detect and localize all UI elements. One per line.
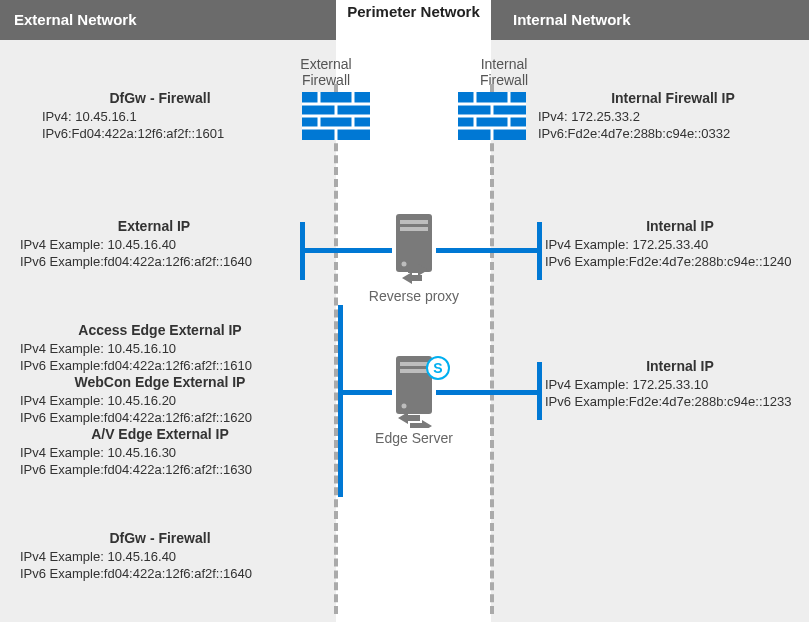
dfgw-top-ipv4: IPv4: 10.45.16.1 [42, 108, 310, 125]
av-edge-ipv4: IPv4 Example: 10.45.16.30 [20, 444, 310, 461]
internal-fw-ipv6: IPv6:Fd2e:4d7e:288b:c94e::0332 [538, 125, 808, 142]
conn-proxy-right-h [436, 248, 542, 253]
internal-fw-title: Internal Firewall IP [538, 90, 808, 107]
edge-server-label: Edge Server [363, 430, 465, 446]
dfgw-top-title: DfGw - Firewall [10, 90, 310, 107]
external-ip-ipv6: IPv6 Example:fd04:422a:12f6:af2f::1640 [20, 253, 304, 270]
header-internal: Internal Network [491, 0, 809, 40]
conn-edge-left-h [338, 390, 392, 395]
internal-ip-edge-title: Internal IP [545, 358, 809, 375]
block-internal-ip-proxy: Internal IP IPv4 Example: 172.25.33.40 I… [545, 218, 809, 270]
label-external-firewall: External Firewall [286, 56, 366, 88]
reverse-proxy-label: Reverse proxy [363, 288, 465, 304]
conn-edge-right-h [436, 390, 542, 395]
internal-ip-proxy-ipv6: IPv6 Example:Fd2e:4d7e:288b:c94e::1240 [545, 253, 809, 270]
diagram-canvas: { "headers": { "external": "External Net… [0, 0, 809, 622]
block-dfgw-top: DfGw - Firewall IPv4: 10.45.16.1 IPv6:Fd… [10, 90, 310, 142]
svg-rect-28 [400, 369, 428, 373]
block-access-edge: Access Edge External IP IPv4 Example: 10… [10, 322, 310, 478]
access-edge-title: Access Edge External IP [10, 322, 310, 339]
svg-rect-27 [400, 362, 428, 366]
svg-point-23 [402, 262, 407, 267]
internal-firewall-icon [458, 92, 526, 140]
conn-proxy-right-v [537, 222, 542, 280]
webcon-edge-ipv4: IPv4 Example: 10.45.16.20 [20, 392, 310, 409]
block-internal-fw: Internal Firewall IP IPv4: 172.25.33.2 I… [538, 90, 808, 142]
dfgw-top-ipv6: IPv6:Fd04:422a:12f6:af2f::1601 [42, 125, 310, 142]
internal-ip-proxy-title: Internal IP [545, 218, 809, 235]
conn-edge-left-v [338, 305, 343, 497]
svg-text:S: S [433, 360, 442, 376]
external-ip-ipv4: IPv4 Example: 10.45.16.40 [20, 236, 304, 253]
internal-ip-edge-ipv6: IPv6 Example:Fd2e:4d7e:288b:c94e::1233 [545, 393, 809, 410]
dfgw-bottom-title: DfGw - Firewall [10, 530, 310, 547]
conn-proxy-left-h [300, 248, 392, 253]
header-perimeter: Perimeter Network [336, 0, 491, 40]
block-internal-ip-edge: Internal IP IPv4 Example: 172.25.33.10 I… [545, 358, 809, 410]
block-dfgw-bottom: DfGw - Firewall IPv4 Example: 10.45.16.4… [10, 530, 310, 582]
external-ip-title: External IP [4, 218, 304, 235]
av-edge-ipv6: IPv6 Example:fd04:422a:12f6:af2f::1630 [20, 461, 310, 478]
dfgw-bottom-ipv4: IPv4 Example: 10.45.16.40 [20, 548, 310, 565]
boundary-internal [490, 84, 494, 614]
reverse-proxy-icon [388, 214, 440, 286]
svg-rect-21 [400, 220, 428, 224]
block-external-ip: External IP IPv4 Example: 10.45.16.40 IP… [4, 218, 304, 270]
access-edge-ipv6: IPv6 Example:fd04:422a:12f6:af2f::1610 [20, 357, 310, 374]
external-firewall-icon [302, 92, 370, 140]
svg-rect-22 [400, 227, 428, 231]
label-internal-firewall: Internal Firewall [464, 56, 544, 88]
conn-edge-right-v [537, 362, 542, 420]
webcon-edge-ipv6: IPv6 Example:fd04:422a:12f6:af2f::1620 [20, 409, 310, 426]
header-external: External Network [0, 0, 336, 40]
dfgw-bottom-ipv6: IPv6 Example:fd04:422a:12f6:af2f::1640 [20, 565, 310, 582]
svg-marker-31 [410, 420, 432, 428]
internal-ip-edge-ipv4: IPv4 Example: 172.25.33.10 [545, 376, 809, 393]
internal-ip-proxy-ipv4: IPv4 Example: 172.25.33.40 [545, 236, 809, 253]
access-edge-ipv4: IPv4 Example: 10.45.16.10 [20, 340, 310, 357]
webcon-edge-title: WebCon Edge External IP [10, 374, 310, 391]
internal-fw-ipv4: IPv4: 172.25.33.2 [538, 108, 808, 125]
av-edge-title: A/V Edge External IP [10, 426, 310, 443]
svg-point-29 [402, 404, 407, 409]
